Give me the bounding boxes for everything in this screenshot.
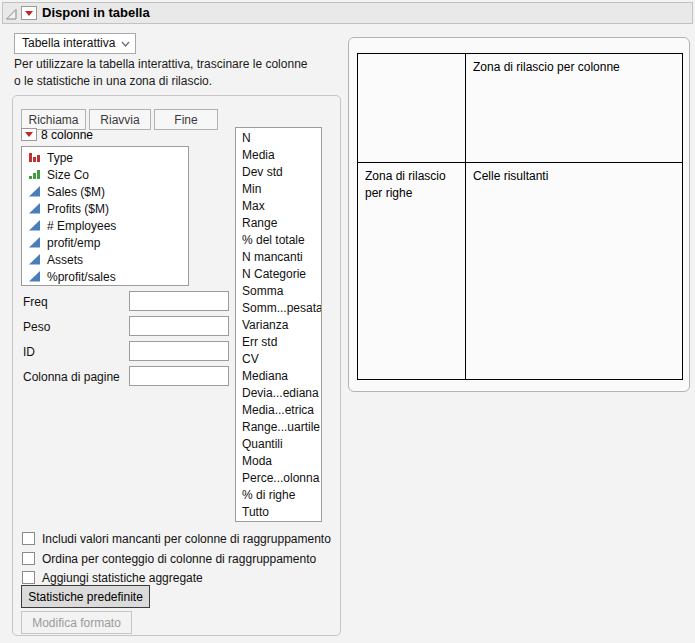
add-aggregate-stats-checkbox[interactable] [22, 571, 35, 584]
stat-item[interactable]: Varianza [236, 317, 321, 334]
column-item[interactable]: # Employees [22, 217, 188, 234]
drop-zone-panel: Zona di rilascio per colonne Zona di ril… [348, 37, 690, 392]
freq-label: Freq [23, 295, 48, 309]
columns-count-label: 8 colonne [41, 128, 93, 142]
nominal-bars-icon [28, 151, 41, 164]
default-statistics-button[interactable]: Statistiche predefinite [21, 585, 150, 608]
continuous-triangle-icon [28, 253, 41, 266]
stat-item[interactable]: CV [236, 351, 321, 368]
restart-button[interactable]: Riavvia [89, 109, 151, 130]
column-item[interactable]: Profits ($M) [22, 200, 188, 217]
column-label: Assets [47, 253, 83, 267]
stat-item[interactable]: Devia...ediana [236, 385, 321, 402]
include-missing-checkbox[interactable] [22, 532, 35, 545]
column-item[interactable]: profit/emp [22, 234, 188, 251]
continuous-triangle-icon [28, 219, 41, 232]
continuous-triangle-icon [28, 185, 41, 198]
column-label: %profit/sales [47, 270, 116, 284]
continuous-triangle-icon [28, 236, 41, 249]
stat-item[interactable]: N [236, 130, 321, 147]
instructions-line2: o le statistiche in una zona di rilascio… [14, 73, 307, 90]
peso-label: Peso [23, 320, 50, 334]
instructions-text: Per utilizzare la tabella interattiva, t… [14, 56, 307, 90]
id-label: ID [23, 345, 35, 359]
include-missing-label: Includi valori mancanti per colonne di r… [42, 532, 331, 546]
page-title: Disponi in tabella [42, 3, 150, 23]
instructions-line1: Per utilizzare la tabella interattiva, t… [14, 56, 307, 73]
page-column-label: Colonna di pagine [23, 370, 120, 384]
stat-item[interactable]: Dev std [236, 164, 321, 181]
collapse-disclosure-icon[interactable] [6, 9, 17, 20]
stat-item[interactable]: Perce...olonna [236, 470, 321, 487]
stat-item[interactable]: Mediana [236, 368, 321, 385]
column-item[interactable]: Type [22, 149, 188, 166]
stat-item[interactable]: Quantili [236, 436, 321, 453]
ordinal-bars-icon [28, 168, 41, 181]
result-cells-zone[interactable]: Celle risultanti [466, 163, 682, 379]
column-item[interactable]: Size Co [22, 166, 188, 183]
add-aggregate-stats-label: Aggiungi statistiche aggregate [42, 571, 203, 585]
column-item[interactable]: Assets [22, 251, 188, 268]
order-by-count-checkbox[interactable] [22, 552, 35, 565]
stat-item[interactable]: Somma [236, 283, 321, 300]
columns-red-triangle-menu-button[interactable] [21, 128, 37, 141]
stat-item[interactable]: Somm...pesata [236, 300, 321, 317]
column-item[interactable]: %profit/sales [22, 268, 188, 285]
column-label: Sales ($M) [47, 185, 105, 199]
page-column-input[interactable] [129, 366, 229, 386]
column-label: Type [47, 151, 73, 165]
order-by-count-label: Ordina per conteggio di colonne di raggr… [42, 552, 316, 566]
row-drop-zone[interactable]: Zona di rilascio per righe [358, 163, 466, 379]
continuous-triangle-icon [28, 202, 41, 215]
columns-header: 8 colonne [21, 127, 93, 142]
table-mode-dropdown[interactable]: Tabella interattiva [14, 33, 136, 54]
stat-item[interactable]: Moda [236, 453, 321, 470]
drop-zone-table: Zona di rilascio per colonne Zona di ril… [357, 53, 683, 380]
stat-item[interactable]: % di righe [236, 487, 321, 504]
red-triangle-icon [25, 132, 33, 137]
stat-item[interactable]: N mancanti [236, 249, 321, 266]
column-label: Size Co [47, 168, 89, 182]
stat-item[interactable]: Media [236, 147, 321, 164]
stat-item[interactable]: N Categorie [236, 266, 321, 283]
stat-item[interactable]: Range [236, 215, 321, 232]
continuous-triangle-icon [28, 270, 41, 283]
column-drop-zone[interactable]: Zona di rilascio per colonne [466, 54, 682, 163]
corner-cell[interactable] [358, 54, 466, 163]
column-label: profit/emp [47, 236, 100, 250]
change-format-button: Modifica formato [21, 611, 132, 634]
freq-input[interactable] [129, 291, 229, 311]
stat-item[interactable]: Max [236, 198, 321, 215]
columns-list: Type Size Co Sales ($M) Profits ($M) # E… [21, 146, 189, 286]
red-triangle-menu-button[interactable] [21, 6, 37, 20]
column-item[interactable]: Sales ($M) [22, 183, 188, 200]
control-panel: Richiama Riavvia Fine 8 colonne Type Siz… [12, 95, 341, 636]
column-label: # Employees [47, 219, 116, 233]
stat-item[interactable]: Media...etrica [236, 402, 321, 419]
stat-item[interactable]: Tutto [236, 504, 321, 521]
done-button[interactable]: Fine [154, 109, 218, 130]
stat-item[interactable]: % del totale [236, 232, 321, 249]
peso-input[interactable] [129, 316, 229, 336]
column-label: Profits ($M) [47, 202, 109, 216]
id-input[interactable] [129, 341, 229, 361]
header-bar: Disponi in tabella [2, 2, 693, 24]
stat-item[interactable]: Range...uartile [236, 419, 321, 436]
statistics-list: N Media Dev std Min Max Range % del tota… [235, 127, 322, 522]
stat-item[interactable]: Err std [236, 334, 321, 351]
table-mode-value: Tabella interattiva [22, 36, 115, 50]
red-triangle-icon [25, 11, 33, 16]
chevron-down-icon [121, 41, 130, 48]
stat-item[interactable]: Min [236, 181, 321, 198]
